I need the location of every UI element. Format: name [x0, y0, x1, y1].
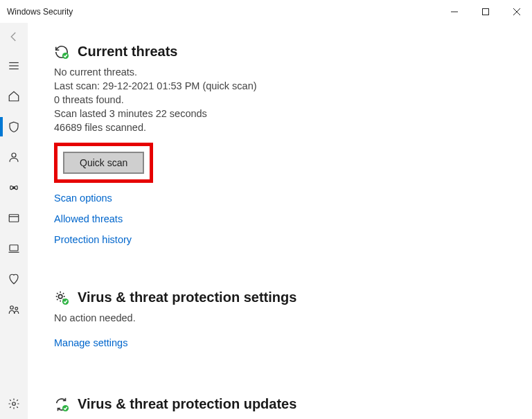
nav-firewall[interactable]	[0, 172, 28, 203]
protection-history-link[interactable]: Protection history	[54, 234, 532, 245]
current-threats-section: Current threats No current threats. Last…	[28, 23, 532, 245]
nav-virus-protection[interactable]	[0, 112, 28, 142]
content-area: Current threats No current threats. Last…	[28, 23, 532, 419]
svg-point-14	[15, 307, 18, 310]
minimize-button[interactable]	[438, 1, 470, 22]
nav-home[interactable]	[0, 81, 28, 112]
back-button[interactable]	[0, 23, 28, 51]
window-title: Windows Security	[7, 7, 438, 17]
manage-settings-link[interactable]: Manage settings	[54, 337, 532, 348]
nav-app-browser[interactable]	[0, 203, 28, 233]
settings-status: No action needed.	[54, 312, 532, 323]
svg-rect-1	[482, 8, 488, 15]
svg-rect-9	[9, 215, 19, 222]
nav-account-protection[interactable]	[0, 142, 28, 172]
svg-point-15	[12, 402, 16, 406]
quick-scan-highlight: Quick scan	[54, 143, 153, 183]
nav-device-security[interactable]	[0, 233, 28, 264]
threats-status: No current threats.	[54, 66, 532, 78]
nav-family-options[interactable]	[0, 294, 28, 325]
quick-scan-button[interactable]: Quick scan	[63, 152, 144, 174]
history-check-icon	[54, 44, 69, 60]
window-controls	[438, 1, 532, 22]
nav-menu-button[interactable]	[0, 51, 28, 81]
close-button[interactable]	[501, 1, 532, 22]
protection-settings-section: Virus & threat protection settings No ac…	[28, 255, 532, 348]
nav-device-performance[interactable]	[0, 264, 28, 294]
updates-heading: Virus & threat protection updates	[78, 396, 296, 412]
scan-options-link[interactable]: Scan options	[54, 193, 532, 204]
nav-settings[interactable]	[0, 389, 28, 419]
last-scan-info: Last scan: 29-12-2021 01:53 PM (quick sc…	[54, 80, 532, 91]
svg-point-7	[12, 153, 16, 157]
settings-heading: Virus & threat protection settings	[78, 289, 296, 305]
protection-updates-section: Virus & threat protection updates Securi…	[28, 358, 532, 419]
threats-found: 0 threats found.	[54, 94, 532, 105]
titlebar: Windows Security	[0, 0, 532, 23]
maximize-button[interactable]	[470, 1, 501, 22]
gear-check-icon	[54, 290, 69, 305]
scan-duration: Scan lasted 3 minutes 22 seconds	[54, 108, 532, 119]
files-scanned: 46689 files scanned.	[54, 122, 532, 133]
refresh-check-icon	[54, 397, 69, 412]
current-threats-heading: Current threats	[78, 44, 177, 60]
allowed-threats-link[interactable]: Allowed threats	[54, 213, 532, 224]
svg-rect-11	[10, 245, 18, 251]
sidebar	[0, 23, 28, 419]
svg-point-17	[58, 294, 62, 298]
svg-point-13	[10, 306, 14, 310]
